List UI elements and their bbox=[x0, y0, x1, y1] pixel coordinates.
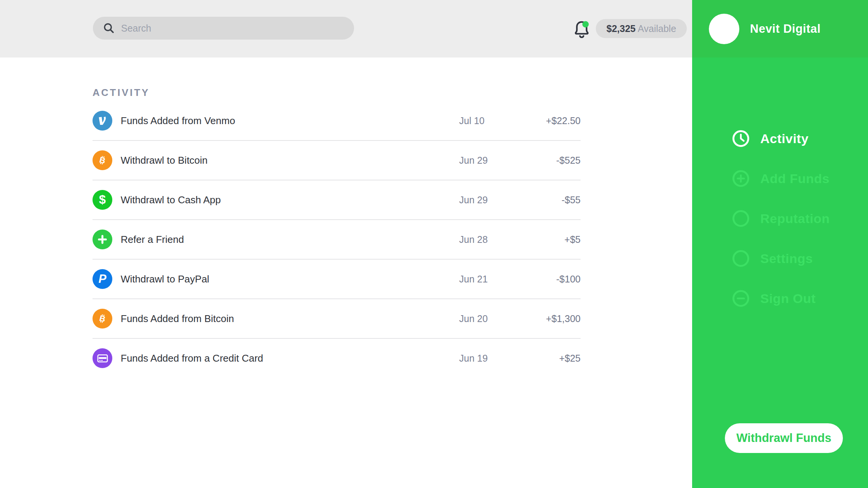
sidebar-header: Nevit Digital bbox=[692, 0, 868, 57]
row-date: Jul 10 bbox=[459, 115, 485, 126]
row-label: Funds Added from a Credit Card bbox=[121, 352, 263, 364]
search-icon bbox=[103, 22, 115, 34]
circle-icon bbox=[732, 250, 750, 267]
row-label: Withdrawl to PayPal bbox=[121, 273, 209, 285]
bitcoin-icon: B bbox=[93, 150, 112, 170]
activity-heading: ACTIVITY bbox=[93, 87, 150, 99]
balance-label: Available bbox=[635, 23, 676, 34]
row-amount: +$5 bbox=[565, 234, 581, 245]
activity-row[interactable]: $ Withdrawl to Cash App Jun 29 -$55 bbox=[93, 180, 581, 220]
row-date: Jun 29 bbox=[459, 155, 488, 166]
sidebar-item-activity[interactable]: Activity bbox=[732, 130, 830, 147]
row-label: Refer a Friend bbox=[121, 234, 184, 246]
topbar: $2,325 Available bbox=[0, 0, 692, 57]
activity-row[interactable]: Refer a Friend Jun 28 +$5 bbox=[93, 220, 581, 260]
sidebar-item-add-funds[interactable]: Add Funds bbox=[732, 170, 830, 187]
sidebar-item-label: Activity bbox=[760, 131, 809, 146]
row-date: Jun 20 bbox=[459, 313, 488, 324]
bell-icon[interactable] bbox=[573, 20, 591, 40]
activity-list: Funds Added from Venmo Jul 10 +$22.50 B … bbox=[93, 101, 581, 378]
row-label: Withdrawl to Cash App bbox=[121, 194, 221, 206]
circle-icon bbox=[732, 210, 750, 227]
row-date: Jun 21 bbox=[459, 274, 488, 285]
row-date: Jun 29 bbox=[459, 195, 488, 206]
venmo-icon bbox=[93, 111, 112, 131]
brand-title: Nevit Digital bbox=[750, 22, 821, 36]
search-input[interactable] bbox=[120, 22, 346, 34]
activity-row[interactable]: B Funds Added from Bitcoin Jun 20 +$1,30… bbox=[93, 299, 581, 339]
cashapp-icon: $ bbox=[93, 190, 112, 210]
sidebar-item-label: Add Funds bbox=[760, 171, 830, 186]
sidebar-menu: Activity Add Funds Reputation Settings S… bbox=[732, 130, 830, 307]
row-label: Withdrawl to Bitcoin bbox=[121, 155, 207, 166]
row-label: Funds Added from Venmo bbox=[121, 115, 235, 127]
paypal-icon: P bbox=[93, 269, 112, 289]
sidebar: Nevit Digital Activity Add Funds Reputat… bbox=[692, 0, 868, 488]
plus-circle-icon bbox=[732, 170, 750, 187]
row-amount: -$100 bbox=[556, 274, 581, 285]
row-amount: -$525 bbox=[556, 155, 581, 166]
balance-badge: $2,325 Available bbox=[596, 19, 687, 38]
avatar[interactable] bbox=[709, 14, 739, 44]
activity-row[interactable]: P Withdrawl to PayPal Jun 21 -$100 bbox=[93, 260, 581, 299]
row-date: Jun 19 bbox=[459, 353, 488, 364]
bitcoin-icon: B bbox=[93, 309, 112, 329]
balance-amount: $2,325 bbox=[606, 23, 635, 34]
row-amount: +$25 bbox=[559, 353, 581, 364]
clock-icon bbox=[732, 130, 750, 147]
activity-row[interactable]: B Withdrawl to Bitcoin Jun 29 -$525 bbox=[93, 141, 581, 180]
row-amount: +$1,300 bbox=[546, 313, 581, 324]
withdraw-funds-button[interactable]: Withdrawl Funds bbox=[725, 423, 843, 453]
sidebar-item-label: Reputation bbox=[760, 211, 830, 226]
search-bar[interactable] bbox=[93, 17, 354, 40]
row-label: Funds Added from Bitcoin bbox=[121, 313, 234, 325]
row-date: Jun 28 bbox=[459, 234, 488, 245]
credit-card-icon bbox=[93, 348, 112, 368]
notification-dot bbox=[582, 21, 589, 27]
activity-row[interactable]: Funds Added from Venmo Jul 10 +$22.50 bbox=[93, 101, 581, 141]
sidebar-item-label: Settings bbox=[760, 251, 813, 266]
minus-circle-icon bbox=[732, 290, 750, 307]
activity-row[interactable]: Funds Added from a Credit Card Jun 19 +$… bbox=[93, 339, 581, 378]
sidebar-item-reputation[interactable]: Reputation bbox=[732, 210, 830, 227]
sidebar-item-label: Sign Out bbox=[760, 291, 816, 306]
sidebar-item-settings[interactable]: Settings bbox=[732, 250, 830, 267]
plus-icon bbox=[93, 230, 112, 249]
row-amount: +$22.50 bbox=[546, 115, 581, 126]
sidebar-item-sign-out[interactable]: Sign Out bbox=[732, 290, 830, 307]
row-amount: -$55 bbox=[562, 195, 581, 206]
